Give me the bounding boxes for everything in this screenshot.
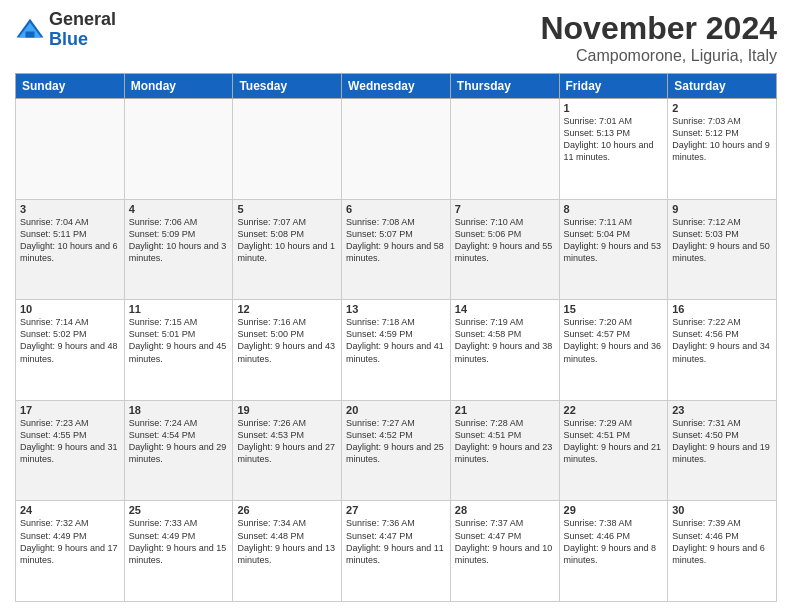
- day-number: 21: [455, 404, 555, 416]
- day-number: 29: [564, 504, 664, 516]
- day-cell: 14Sunrise: 7:19 AMSunset: 4:58 PMDayligh…: [450, 300, 559, 401]
- day-info: Sunrise: 7:14 AMSunset: 5:02 PMDaylight:…: [20, 316, 120, 365]
- day-info: Sunrise: 7:34 AMSunset: 4:48 PMDaylight:…: [237, 517, 337, 566]
- day-number: 30: [672, 504, 772, 516]
- logo-blue: Blue: [49, 29, 88, 49]
- day-cell: 28Sunrise: 7:37 AMSunset: 4:47 PMDayligh…: [450, 501, 559, 602]
- day-cell: 17Sunrise: 7:23 AMSunset: 4:55 PMDayligh…: [16, 400, 125, 501]
- day-number: 24: [20, 504, 120, 516]
- day-info: Sunrise: 7:10 AMSunset: 5:06 PMDaylight:…: [455, 216, 555, 265]
- day-info: Sunrise: 7:08 AMSunset: 5:07 PMDaylight:…: [346, 216, 446, 265]
- day-number: 25: [129, 504, 229, 516]
- header: General Blue November 2024 Campomorone, …: [15, 10, 777, 65]
- week-row-2: 3Sunrise: 7:04 AMSunset: 5:11 PMDaylight…: [16, 199, 777, 300]
- location: Campomorone, Liguria, Italy: [540, 47, 777, 65]
- header-friday: Friday: [559, 74, 668, 99]
- day-cell: 23Sunrise: 7:31 AMSunset: 4:50 PMDayligh…: [668, 400, 777, 501]
- day-cell: 4Sunrise: 7:06 AMSunset: 5:09 PMDaylight…: [124, 199, 233, 300]
- day-number: 2: [672, 102, 772, 114]
- day-number: 20: [346, 404, 446, 416]
- day-cell: 6Sunrise: 7:08 AMSunset: 5:07 PMDaylight…: [342, 199, 451, 300]
- svg-rect-2: [26, 31, 35, 37]
- day-info: Sunrise: 7:27 AMSunset: 4:52 PMDaylight:…: [346, 417, 446, 466]
- day-cell: 8Sunrise: 7:11 AMSunset: 5:04 PMDaylight…: [559, 199, 668, 300]
- day-cell: 13Sunrise: 7:18 AMSunset: 4:59 PMDayligh…: [342, 300, 451, 401]
- day-info: Sunrise: 7:03 AMSunset: 5:12 PMDaylight:…: [672, 115, 772, 164]
- day-info: Sunrise: 7:16 AMSunset: 5:00 PMDaylight:…: [237, 316, 337, 365]
- header-sunday: Sunday: [16, 74, 125, 99]
- day-info: Sunrise: 7:36 AMSunset: 4:47 PMDaylight:…: [346, 517, 446, 566]
- day-info: Sunrise: 7:04 AMSunset: 5:11 PMDaylight:…: [20, 216, 120, 265]
- day-info: Sunrise: 7:24 AMSunset: 4:54 PMDaylight:…: [129, 417, 229, 466]
- day-info: Sunrise: 7:11 AMSunset: 5:04 PMDaylight:…: [564, 216, 664, 265]
- day-info: Sunrise: 7:38 AMSunset: 4:46 PMDaylight:…: [564, 517, 664, 566]
- day-info: Sunrise: 7:06 AMSunset: 5:09 PMDaylight:…: [129, 216, 229, 265]
- day-number: 23: [672, 404, 772, 416]
- day-info: Sunrise: 7:31 AMSunset: 4:50 PMDaylight:…: [672, 417, 772, 466]
- day-number: 1: [564, 102, 664, 114]
- day-cell: 9Sunrise: 7:12 AMSunset: 5:03 PMDaylight…: [668, 199, 777, 300]
- day-number: 3: [20, 203, 120, 215]
- day-number: 5: [237, 203, 337, 215]
- day-info: Sunrise: 7:15 AMSunset: 5:01 PMDaylight:…: [129, 316, 229, 365]
- week-row-4: 17Sunrise: 7:23 AMSunset: 4:55 PMDayligh…: [16, 400, 777, 501]
- day-number: 7: [455, 203, 555, 215]
- day-info: Sunrise: 7:23 AMSunset: 4:55 PMDaylight:…: [20, 417, 120, 466]
- day-cell: 29Sunrise: 7:38 AMSunset: 4:46 PMDayligh…: [559, 501, 668, 602]
- day-info: Sunrise: 7:28 AMSunset: 4:51 PMDaylight:…: [455, 417, 555, 466]
- day-info: Sunrise: 7:29 AMSunset: 4:51 PMDaylight:…: [564, 417, 664, 466]
- day-info: Sunrise: 7:01 AMSunset: 5:13 PMDaylight:…: [564, 115, 664, 164]
- day-info: Sunrise: 7:37 AMSunset: 4:47 PMDaylight:…: [455, 517, 555, 566]
- day-number: 6: [346, 203, 446, 215]
- day-cell: [16, 99, 125, 200]
- day-info: Sunrise: 7:39 AMSunset: 4:46 PMDaylight:…: [672, 517, 772, 566]
- day-cell: [450, 99, 559, 200]
- day-info: Sunrise: 7:22 AMSunset: 4:56 PMDaylight:…: [672, 316, 772, 365]
- day-cell: 3Sunrise: 7:04 AMSunset: 5:11 PMDaylight…: [16, 199, 125, 300]
- page: General Blue November 2024 Campomorone, …: [0, 0, 792, 612]
- day-number: 4: [129, 203, 229, 215]
- day-number: 12: [237, 303, 337, 315]
- day-info: Sunrise: 7:20 AMSunset: 4:57 PMDaylight:…: [564, 316, 664, 365]
- day-cell: 18Sunrise: 7:24 AMSunset: 4:54 PMDayligh…: [124, 400, 233, 501]
- week-row-3: 10Sunrise: 7:14 AMSunset: 5:02 PMDayligh…: [16, 300, 777, 401]
- day-number: 22: [564, 404, 664, 416]
- day-cell: 26Sunrise: 7:34 AMSunset: 4:48 PMDayligh…: [233, 501, 342, 602]
- header-saturday: Saturday: [668, 74, 777, 99]
- day-number: 19: [237, 404, 337, 416]
- month-title: November 2024: [540, 10, 777, 47]
- day-cell: 24Sunrise: 7:32 AMSunset: 4:49 PMDayligh…: [16, 501, 125, 602]
- logo-icon: [15, 15, 45, 45]
- day-number: 16: [672, 303, 772, 315]
- day-cell: 16Sunrise: 7:22 AMSunset: 4:56 PMDayligh…: [668, 300, 777, 401]
- day-info: Sunrise: 7:19 AMSunset: 4:58 PMDaylight:…: [455, 316, 555, 365]
- title-block: November 2024 Campomorone, Liguria, Ital…: [540, 10, 777, 65]
- day-cell: 22Sunrise: 7:29 AMSunset: 4:51 PMDayligh…: [559, 400, 668, 501]
- day-cell: [233, 99, 342, 200]
- day-info: Sunrise: 7:18 AMSunset: 4:59 PMDaylight:…: [346, 316, 446, 365]
- day-cell: 12Sunrise: 7:16 AMSunset: 5:00 PMDayligh…: [233, 300, 342, 401]
- logo-text: General Blue: [49, 10, 116, 50]
- day-info: Sunrise: 7:07 AMSunset: 5:08 PMDaylight:…: [237, 216, 337, 265]
- logo: General Blue: [15, 10, 116, 50]
- logo-general: General: [49, 9, 116, 29]
- day-number: 10: [20, 303, 120, 315]
- day-info: Sunrise: 7:32 AMSunset: 4:49 PMDaylight:…: [20, 517, 120, 566]
- day-cell: 19Sunrise: 7:26 AMSunset: 4:53 PMDayligh…: [233, 400, 342, 501]
- day-info: Sunrise: 7:26 AMSunset: 4:53 PMDaylight:…: [237, 417, 337, 466]
- day-cell: 10Sunrise: 7:14 AMSunset: 5:02 PMDayligh…: [16, 300, 125, 401]
- day-cell: [124, 99, 233, 200]
- day-cell: 21Sunrise: 7:28 AMSunset: 4:51 PMDayligh…: [450, 400, 559, 501]
- day-number: 11: [129, 303, 229, 315]
- day-cell: 30Sunrise: 7:39 AMSunset: 4:46 PMDayligh…: [668, 501, 777, 602]
- calendar-header-row: Sunday Monday Tuesday Wednesday Thursday…: [16, 74, 777, 99]
- day-number: 14: [455, 303, 555, 315]
- day-cell: 5Sunrise: 7:07 AMSunset: 5:08 PMDaylight…: [233, 199, 342, 300]
- day-number: 13: [346, 303, 446, 315]
- header-wednesday: Wednesday: [342, 74, 451, 99]
- day-cell: 15Sunrise: 7:20 AMSunset: 4:57 PMDayligh…: [559, 300, 668, 401]
- header-thursday: Thursday: [450, 74, 559, 99]
- header-tuesday: Tuesday: [233, 74, 342, 99]
- day-number: 26: [237, 504, 337, 516]
- day-cell: 11Sunrise: 7:15 AMSunset: 5:01 PMDayligh…: [124, 300, 233, 401]
